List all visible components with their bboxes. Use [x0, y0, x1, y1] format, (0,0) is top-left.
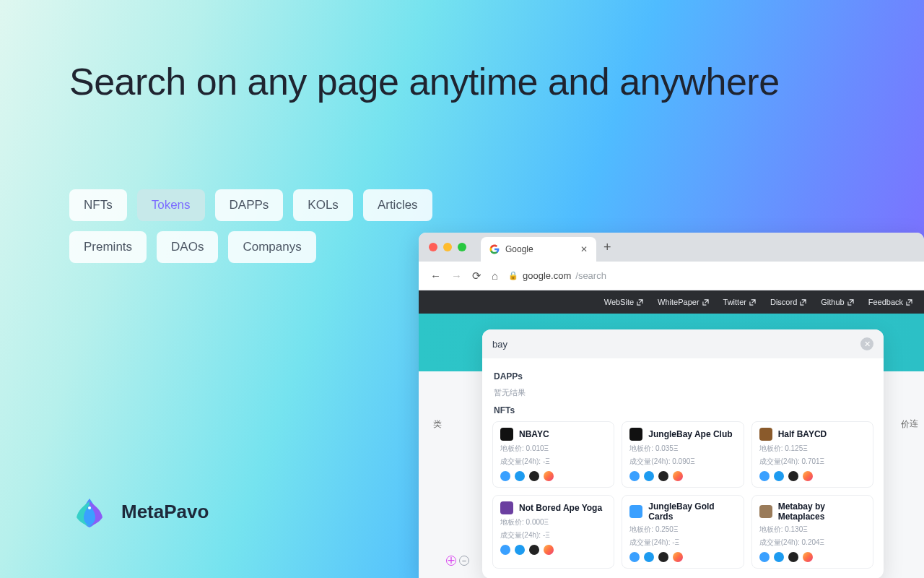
nft-floor: 地板价: 0.125Ξ [759, 444, 866, 454]
gem-icon[interactable] [673, 471, 683, 481]
opensea-icon[interactable] [629, 471, 640, 481]
tab-title: Google [505, 244, 533, 254]
search-input[interactable]: bay [492, 339, 507, 350]
close-dot-icon[interactable] [429, 243, 437, 251]
chip-kols[interactable]: KOLs [293, 189, 353, 221]
gem-icon[interactable] [544, 471, 554, 481]
twitter-icon[interactable] [644, 552, 654, 562]
website-icon[interactable] [788, 471, 798, 481]
external-link-icon [637, 299, 643, 306]
page-label-right-2: 连 [910, 418, 918, 430]
minimize-dot-icon[interactable] [443, 243, 452, 251]
chip-articles[interactable]: Articles [363, 189, 432, 221]
tab-close-icon[interactable]: ✕ [580, 244, 588, 254]
expand-icon[interactable]: + [446, 556, 456, 566]
nav-forward-icon[interactable]: → [451, 269, 462, 282]
window-controls [429, 243, 466, 251]
website-icon[interactable] [658, 471, 668, 481]
chip-nfts[interactable]: NFTs [69, 189, 127, 221]
url-field[interactable]: 🔒 google.com/search [508, 270, 606, 281]
external-link-icon [749, 299, 756, 306]
brand: MetaPavo [69, 491, 209, 532]
nft-avatar-icon [759, 428, 772, 441]
chip-companys[interactable]: Companys [228, 231, 315, 263]
chip-dapps[interactable]: DAPPs [215, 189, 284, 221]
url-host: google.com [523, 270, 571, 281]
category-chips: NFTsTokensDAPPsKOLsArticlesPremintsDAOsC… [69, 189, 459, 263]
nft-volume: 成交量(24h): -Ξ [629, 538, 736, 548]
nft-card[interactable]: NBAYC地板价: 0.010Ξ成交量(24h): -Ξ [492, 421, 614, 488]
nft-card[interactable]: Not Bored Ape Yoga地板价: 0.000Ξ成交量(24h): -… [492, 495, 614, 569]
page-label-right-1: 价 [901, 418, 910, 431]
opensea-icon[interactable] [500, 471, 510, 481]
gem-icon[interactable] [803, 471, 813, 481]
chip-premints[interactable]: Premints [69, 231, 147, 263]
nav-link-website[interactable]: WebSite [604, 298, 643, 306]
nav-back-icon[interactable]: ← [430, 269, 441, 282]
nav-link-whitepaper[interactable]: WhitePaper [658, 298, 708, 306]
search-panel: bay ✕ DAPPs 暂无结果 NFTs NBAYC地板价: 0.010Ξ成交… [482, 329, 884, 578]
opensea-icon[interactable] [629, 552, 640, 562]
nft-volume: 成交量(24h): -Ξ [500, 530, 606, 540]
nft-avatar-icon [629, 505, 642, 518]
nft-card[interactable]: Metabay by Metaplaces地板价: 0.130Ξ成交量(24h)… [751, 495, 873, 569]
nav-link-twitter[interactable]: Twitter [723, 298, 756, 306]
chip-tokens[interactable]: Tokens [137, 189, 205, 221]
brand-name: MetaPavo [121, 501, 209, 523]
google-favicon-icon [489, 244, 500, 254]
website-icon[interactable] [529, 545, 539, 555]
nav-link-github[interactable]: Github [821, 298, 853, 306]
website-icon[interactable] [658, 552, 668, 562]
opensea-icon[interactable] [759, 471, 770, 481]
gem-icon[interactable] [803, 552, 813, 562]
nft-card[interactable]: JungleBay Ape Club地板价: 0.035Ξ成交量(24h): 0… [622, 421, 744, 488]
home-icon[interactable]: ⌂ [492, 269, 498, 282]
nft-name: Half BAYCD [778, 429, 827, 439]
nft-name: Metabay by Metaplaces [778, 501, 866, 522]
nft-avatar-icon [500, 501, 513, 514]
nft-name: NBAYC [519, 429, 549, 439]
website-icon[interactable] [529, 471, 539, 481]
nft-avatar-icon [500, 428, 513, 441]
website-icon[interactable] [788, 552, 798, 562]
nft-name: JungleBay Gold Cards [648, 501, 736, 522]
gem-icon[interactable] [544, 545, 554, 555]
site-top-nav: WebSite WhitePaper Twitter Discord Githu… [419, 290, 924, 314]
nav-link-feedback[interactable]: Feedback [868, 298, 912, 306]
new-tab-button[interactable]: + [603, 240, 611, 255]
twitter-icon[interactable] [774, 552, 784, 562]
browser-tab[interactable]: Google ✕ [481, 237, 596, 262]
collapse-icon[interactable]: − [459, 556, 469, 566]
twitter-icon[interactable] [515, 545, 525, 555]
reload-icon[interactable]: ⟳ [472, 269, 481, 282]
nav-link-discord[interactable]: Discord [770, 298, 806, 306]
external-link-icon [800, 299, 806, 306]
browser-tabbar: Google ✕ + [419, 233, 924, 262]
page-label-left: 类 [433, 418, 442, 431]
nft-card[interactable]: JungleBay Gold Cards地板价: 0.250Ξ成交量(24h):… [622, 495, 744, 569]
twitter-icon[interactable] [644, 471, 654, 481]
nft-floor: 地板价: 0.010Ξ [500, 444, 606, 454]
chip-daos[interactable]: DAOs [157, 231, 218, 263]
twitter-icon[interactable] [774, 471, 784, 481]
opensea-icon[interactable] [759, 552, 770, 562]
twitter-icon[interactable] [515, 471, 525, 481]
zoom-dot-icon[interactable] [458, 243, 466, 251]
nft-card[interactable]: Half BAYCD地板价: 0.125Ξ成交量(24h): 0.701Ξ [751, 421, 873, 488]
browser-address-bar: ← → ⟳ ⌂ 🔒 google.com/search [419, 262, 924, 290]
nft-floor: 地板价: 0.130Ξ [759, 525, 866, 535]
nft-floor: 地板价: 0.250Ξ [629, 525, 736, 535]
lock-icon: 🔒 [508, 271, 518, 280]
opensea-icon[interactable] [500, 545, 510, 555]
browser-window: Google ✕ + ← → ⟳ ⌂ 🔒 google.com/search W… [419, 233, 924, 578]
nft-floor: 地板价: 0.000Ξ [500, 517, 606, 527]
section-dapps: DAPPs [494, 371, 872, 381]
external-link-icon [906, 299, 912, 306]
peacock-logo-icon [69, 491, 110, 532]
nft-volume: 成交量(24h): 0.701Ξ [759, 457, 866, 467]
search-input-row: bay ✕ [482, 329, 884, 358]
nft-avatar-icon [629, 428, 642, 441]
gem-icon[interactable] [673, 552, 683, 562]
clear-search-button[interactable]: ✕ [860, 337, 873, 350]
nft-volume: 成交量(24h): -Ξ [500, 457, 606, 467]
